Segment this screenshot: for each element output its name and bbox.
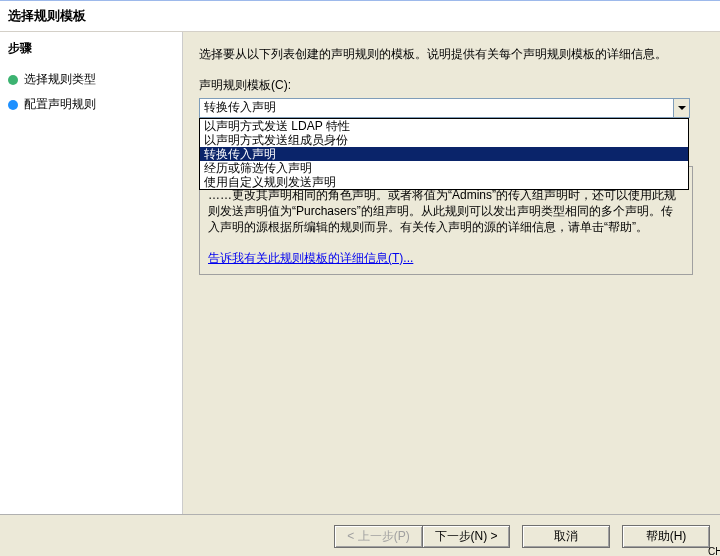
steps-sidebar: 步骤 选择规则类型 配置声明规则 — [0, 32, 183, 515]
main-panel: 选择要从以下列表创建的声明规则的模板。说明提供有关每个声明规则模板的详细信息。 … — [183, 32, 720, 515]
template-combo-wrap: 转换传入声明 以声明方式发送 LDAP 特性 以声明方式发送组成员身份 转换传入… — [199, 98, 689, 118]
template-label: 声明规则模板(C): — [199, 77, 704, 94]
dropdown-item-custom-rule[interactable]: 使用自定义规则发送声明 — [200, 175, 688, 189]
help-button[interactable]: 帮助(H) — [622, 525, 710, 548]
template-combobox[interactable]: 转换传入声明 — [199, 98, 689, 118]
wizard-title: 选择规则模板 — [8, 7, 86, 25]
nav-button-pair: < 上一步(P) 下一步(N) > — [334, 525, 510, 548]
step-select-rule-type[interactable]: 选择规则类型 — [6, 71, 176, 88]
template-dropdown-list: 以声明方式发送 LDAP 特性 以声明方式发送组成员身份 转换传入声明 经历或筛… — [199, 118, 689, 190]
step-label: 选择规则类型 — [24, 71, 96, 88]
steps-heading: 步骤 — [8, 40, 176, 57]
combobox-dropdown-button[interactable] — [673, 98, 690, 118]
dropdown-item-passthrough-filter[interactable]: 经历或筛选传入声明 — [200, 161, 688, 175]
instruction-text: 选择要从以下列表创建的声明规则的模板。说明提供有关每个声明规则模板的详细信息。 — [199, 46, 704, 63]
dropdown-item-transform-incoming[interactable]: 转换传入声明 — [200, 147, 688, 161]
wizard-footer: < 上一步(P) 下一步(N) > 取消 帮助(H) — [0, 514, 720, 556]
next-button[interactable]: 下一步(N) > — [422, 525, 510, 548]
step-active-icon — [8, 100, 18, 110]
more-info-link[interactable]: 告诉我有关此规则模板的详细信息(T)... — [208, 250, 684, 266]
combobox-value: 转换传入声明 — [200, 99, 689, 116]
wizard-window: 选择规则模板 步骤 选择规则类型 配置声明规则 选择要从以下列表创建的声明规则的… — [0, 0, 720, 556]
wizard-body: 步骤 选择规则类型 配置声明规则 选择要从以下列表创建的声明规则的模板。说明提供… — [0, 32, 720, 515]
back-button[interactable]: < 上一步(P) — [334, 525, 422, 548]
dropdown-item-group-membership[interactable]: 以声明方式发送组成员身份 — [200, 133, 688, 147]
title-bar: 选择规则模板 — [0, 1, 720, 32]
cancel-button[interactable]: 取消 — [522, 525, 610, 548]
template-description-text: ……更改其声明相同的角色声明。或者将值为“Admins”的传入组声明时，还可以使… — [208, 187, 684, 236]
step-label: 配置声明规则 — [24, 96, 96, 113]
step-configure-claim-rule[interactable]: 配置声明规则 — [6, 96, 176, 113]
dropdown-item-ldap[interactable]: 以声明方式发送 LDAP 特性 — [200, 119, 688, 133]
step-done-icon — [8, 75, 18, 85]
chevron-down-icon — [678, 106, 686, 110]
